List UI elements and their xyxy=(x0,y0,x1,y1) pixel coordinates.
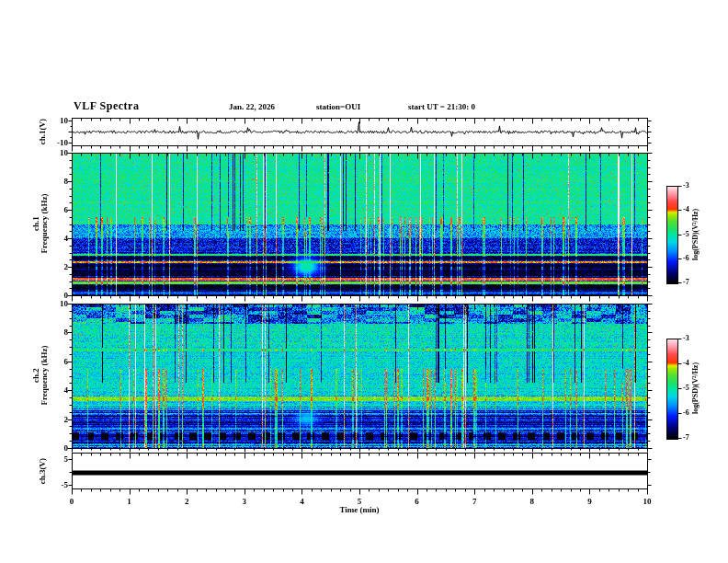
ch2-axis-line2: Frequency (kHz) xyxy=(40,345,49,405)
time-tick-label: 6 xyxy=(415,498,419,506)
ch1-freq-tick-label: 8 xyxy=(64,178,69,186)
colorbar2-axis-label: log(PSD)(V²/Hz) xyxy=(692,362,700,414)
time-axis-label: Time (min) xyxy=(339,506,379,514)
ch2-freq-tick-label: 10 xyxy=(60,300,68,308)
time-tick-label: 1 xyxy=(127,498,131,506)
time-tick-label: 7 xyxy=(472,498,477,506)
date-label: Jan. 22, 2026 xyxy=(229,103,275,111)
time-tick-label: 10 xyxy=(643,498,652,506)
ch1-freq-tick-label: 6 xyxy=(64,206,69,214)
time-tick-label: 5 xyxy=(358,498,362,506)
time-tick-label: 8 xyxy=(530,498,535,506)
ch2-freq-tick-label: 0 xyxy=(64,444,69,453)
plot-canvas xyxy=(0,0,728,563)
start-ut-label: start UT = 21:30: 0 xyxy=(408,103,475,111)
ch1-freq-tick-label: 10 xyxy=(60,149,68,157)
colorbar2-tick-label: -5 xyxy=(683,385,689,392)
colorbar2-tick-label: -6 xyxy=(683,409,689,417)
colorbar1-tick-label: -6 xyxy=(683,255,689,262)
colorbar1-tick-label: -7 xyxy=(683,279,689,286)
ch2-freq-tick-label: 2 xyxy=(64,415,69,423)
colorbar2-tick-label: -3 xyxy=(683,335,689,342)
time-tick-label: 9 xyxy=(587,498,592,506)
colorbar1-tick-label: -5 xyxy=(683,231,689,238)
vlf-spectra-figure: VLF Spectra Jan. 22, 2026 station=OUI st… xyxy=(0,0,728,563)
ch3-voltage-axis-label: ch.3(V) xyxy=(39,458,47,484)
ch1-ymin-label: -10 xyxy=(57,139,68,147)
time-tick-label: 0 xyxy=(70,498,74,506)
colorbar2-tick-label: -7 xyxy=(683,434,689,442)
ch1-voltage-axis-label: ch.1(V) xyxy=(39,119,47,144)
colorbar1-tick-label: -4 xyxy=(683,206,689,213)
ch1-axis-line2: Frequency (kHz) xyxy=(40,193,49,253)
ch1-freq-tick-label: 4 xyxy=(64,235,69,243)
time-tick-label: 3 xyxy=(243,498,247,506)
page-title: VLF Spectra xyxy=(74,100,139,111)
ch3-ymax-label: 5 xyxy=(64,455,69,464)
colorbar1-tick-label: -3 xyxy=(683,182,689,190)
colorbar1-axis-label: log(PSD)(V²/Hz) xyxy=(692,209,700,260)
station-label: station=OUI xyxy=(316,103,360,111)
ch2-freq-tick-label: 8 xyxy=(64,328,69,337)
ch1-frequency-axis-label: ch.1 Frequency (kHz) xyxy=(32,193,49,253)
ch2-frequency-axis-label: ch.2 Frequency (kHz) xyxy=(32,345,49,405)
ch1-freq-tick-label: 2 xyxy=(64,263,69,271)
time-tick-label: 2 xyxy=(185,498,189,506)
ch2-freq-tick-label: 4 xyxy=(64,386,69,395)
ch1-ymax-label: 10 xyxy=(60,117,68,125)
time-tick-label: 4 xyxy=(300,498,304,506)
ch3-ymin-label: -5 xyxy=(62,481,69,489)
colorbar2-tick-label: -4 xyxy=(683,360,689,367)
ch2-freq-tick-label: 6 xyxy=(64,357,69,365)
